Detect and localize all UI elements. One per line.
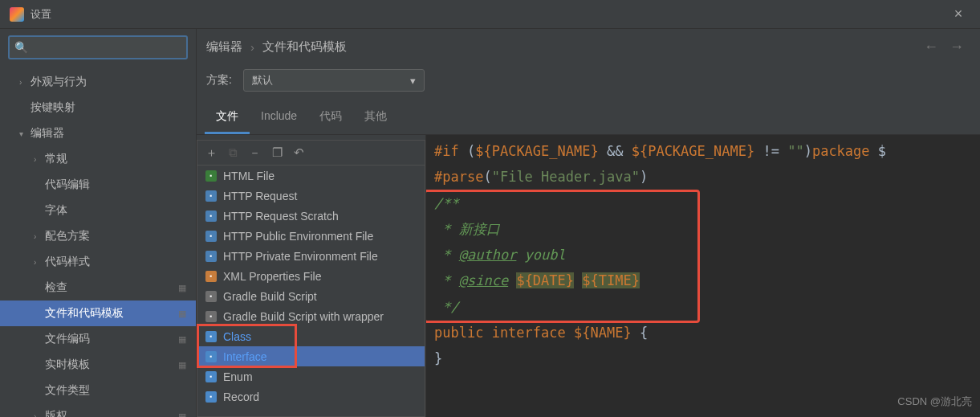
revert-icon[interactable]: ↶ (294, 145, 304, 160)
config-icon: ▦ (178, 309, 186, 319)
code-editor[interactable]: #if (${PACKAGE_NAME} && ${PACKAGE_NAME} … (426, 135, 980, 417)
breadcrumb-sep: › (250, 40, 254, 54)
search-input[interactable]: 🔍 (8, 35, 188, 59)
title-bar: 设置 × (0, 0, 980, 29)
file-type-icon: ▪ (205, 251, 217, 262)
template-item-8[interactable]: ▪Class (197, 326, 425, 346)
template-item-1[interactable]: ▪HTTP Request (197, 186, 425, 206)
breadcrumb-current: 文件和代码模板 (262, 39, 347, 55)
file-type-icon: ▪ (205, 351, 217, 362)
chevron-down-icon: ▾ (410, 75, 416, 87)
tab-2[interactable]: 代码 (308, 101, 353, 134)
tab-1[interactable]: Include (250, 101, 308, 134)
template-item-3[interactable]: ▪HTTP Public Environment File (197, 226, 425, 246)
file-type-icon: ▪ (205, 190, 217, 202)
sidebar-item-6[interactable]: ›配色方案 (0, 223, 196, 249)
scheme-value: 默认 (252, 73, 273, 88)
config-icon: ▦ (178, 334, 186, 345)
settings-sidebar: 🔍 ›外观与行为按键映射▾编辑器›常规代码编辑字体›配色方案›代码样式检查▦文件… (0, 29, 197, 417)
sidebar-item-13[interactable]: ›版权▦ (0, 403, 196, 417)
breadcrumb-parent[interactable]: 编辑器 (206, 39, 242, 55)
sidebar-item-7[interactable]: ›代码样式 (0, 249, 196, 275)
back-icon[interactable]: ← (924, 39, 938, 55)
breadcrumb: 编辑器 › 文件和代码模板 ← → (197, 29, 980, 64)
template-item-4[interactable]: ▪HTTP Private Environment File (197, 246, 425, 266)
config-icon: ▦ (178, 411, 186, 418)
app-icon (10, 7, 24, 22)
remove-icon[interactable]: － (249, 145, 261, 161)
sidebar-item-5[interactable]: 字体 (0, 198, 196, 223)
copy-icon[interactable]: ❐ (272, 145, 283, 160)
template-item-2[interactable]: ▪HTTP Request Scratch (197, 206, 425, 226)
template-list: ▪HTML File▪HTTP Request▪HTTP Request Scr… (197, 166, 425, 417)
file-type-icon: ▪ (205, 371, 217, 382)
window-title: 设置 (30, 7, 946, 22)
close-icon[interactable]: × (946, 6, 970, 22)
nav-list: ›外观与行为按键映射▾编辑器›常规代码编辑字体›配色方案›代码样式检查▦文件和代… (0, 66, 196, 417)
forward-icon[interactable]: → (950, 39, 964, 55)
template-item-6[interactable]: ▪Gradle Build Script (197, 286, 425, 306)
scheme-select[interactable]: 默认 ▾ (243, 69, 425, 92)
add-icon[interactable]: ＋ (205, 145, 218, 161)
scheme-label: 方案: (206, 73, 232, 88)
template-item-7[interactable]: ▪Gradle Build Script with wrapper (197, 306, 425, 326)
config-icon: ▦ (178, 360, 186, 370)
template-item-11[interactable]: ▪Record (197, 386, 425, 407)
file-type-icon: ▪ (205, 311, 217, 322)
sidebar-item-10[interactable]: 文件编码▦ (0, 326, 196, 352)
file-type-icon: ▪ (205, 291, 217, 302)
copy-template-icon: ⧉ (229, 145, 238, 160)
tabs-row: 文件Include代码其他 (197, 101, 980, 135)
sidebar-item-4[interactable]: 代码编辑 (0, 172, 196, 198)
template-item-5[interactable]: ▪XML Properties File (197, 266, 425, 286)
sidebar-item-11[interactable]: 实时模板▦ (0, 352, 196, 378)
file-type-icon: ▪ (205, 271, 217, 282)
sidebar-item-0[interactable]: ›外观与行为 (0, 69, 196, 95)
tab-3[interactable]: 其他 (353, 101, 398, 134)
sidebar-item-3[interactable]: ›常规 (0, 146, 196, 172)
sidebar-item-12[interactable]: 文件类型 (0, 378, 196, 403)
template-toolbar: ＋ ⧉ － ❐ ↶ (197, 140, 425, 166)
search-icon: 🔍 (14, 41, 28, 54)
sidebar-item-9[interactable]: 文件和代码模板▦ (0, 300, 196, 326)
content-panel: 编辑器 › 文件和代码模板 ← → 方案: 默认 ▾ 文件Include代码其他… (197, 29, 980, 417)
file-type-icon: ▪ (205, 170, 217, 182)
sidebar-item-2[interactable]: ▾编辑器 (0, 121, 196, 146)
config-icon: ▦ (178, 283, 186, 293)
template-item-9[interactable]: ▪Interface (197, 346, 425, 366)
file-type-icon: ▪ (205, 211, 217, 222)
watermark: CSDN @游北亮 (897, 392, 972, 412)
sidebar-item-8[interactable]: 检查▦ (0, 275, 196, 300)
file-type-icon: ▪ (205, 391, 217, 403)
template-item-10[interactable]: ▪Enum (197, 366, 425, 386)
sidebar-item-1[interactable]: 按键映射 (0, 95, 196, 121)
file-type-icon: ▪ (205, 331, 217, 342)
tab-0[interactable]: 文件 (205, 101, 250, 134)
template-item-0[interactable]: ▪HTML File (197, 166, 425, 186)
file-type-icon: ▪ (205, 231, 217, 242)
